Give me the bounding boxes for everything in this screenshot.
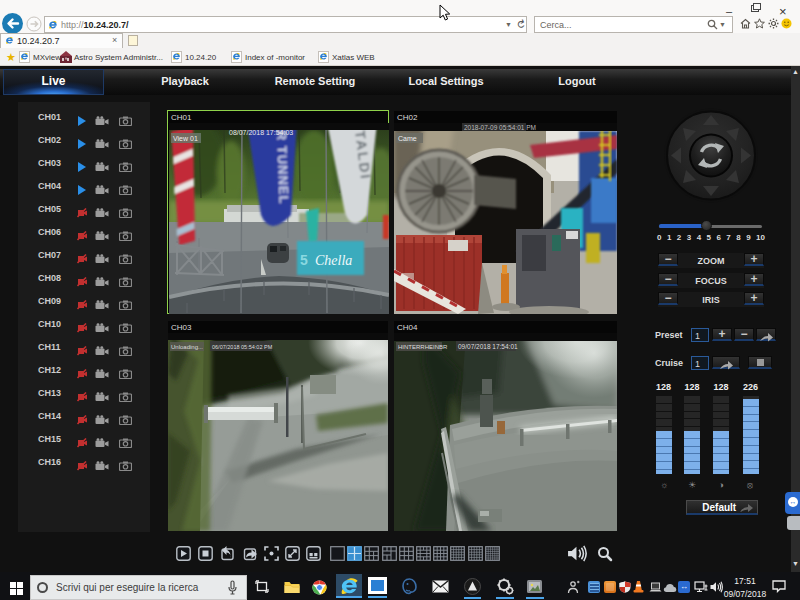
svg-text:5: 5 — [300, 252, 308, 268]
svg-text:08/07/2018 17:54:03: 08/07/2018 17:54:03 — [229, 129, 293, 136]
svg-text:HINTERRHEINBR: HINTERRHEINBR — [398, 344, 448, 350]
svg-text:View 01: View 01 — [173, 135, 198, 142]
svg-text:09/07/2018 17:54:01: 09/07/2018 17:54:01 — [458, 343, 518, 350]
svg-text:R TUNNEL: R TUNNEL — [274, 131, 292, 205]
svg-text:06/07/2018 05:54:02 PM: 06/07/2018 05:54:02 PM — [212, 344, 273, 350]
svg-text:2018-07-09 05:54:01 PM: 2018-07-09 05:54:01 PM — [464, 124, 536, 131]
svg-text:Unloading...: Unloading... — [171, 344, 203, 350]
svg-text:Chella: Chella — [315, 253, 352, 268]
svg-text:Came: Came — [398, 135, 417, 142]
